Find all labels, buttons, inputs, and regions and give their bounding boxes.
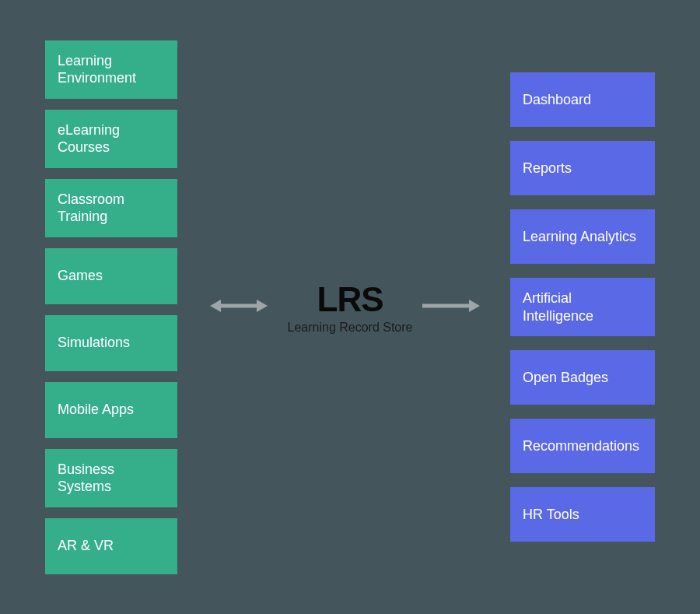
svg-marker-4 bbox=[469, 300, 480, 312]
lrs-subtitle: Learning Record Store bbox=[249, 321, 451, 335]
consumer-open-badges: Open Badges bbox=[510, 350, 655, 405]
source-simulations: Simulations bbox=[45, 315, 177, 371]
box-label: Reports bbox=[523, 160, 572, 177]
box-label: Open Badges bbox=[523, 369, 608, 387]
lrs-center: LRS Learning Record Store bbox=[249, 280, 451, 335]
consumer-hr-tools: HR Tools bbox=[510, 487, 655, 542]
box-label: Games bbox=[58, 267, 103, 285]
output-consumers-column: Dashboard Reports Learning Analytics Art… bbox=[510, 72, 655, 542]
source-learning-environment: Learning Environment bbox=[45, 40, 177, 99]
input-sources-column: Learning Environment eLearning Courses C… bbox=[45, 40, 177, 574]
source-mobile-apps: Mobile Apps bbox=[45, 382, 177, 438]
box-label: Artificial Intelligence bbox=[523, 289, 642, 325]
svg-marker-1 bbox=[210, 300, 221, 312]
source-games: Games bbox=[45, 248, 177, 304]
box-label: Learning Analytics bbox=[523, 228, 636, 246]
consumer-reports: Reports bbox=[510, 141, 655, 195]
lrs-diagram: Learning Environment eLearning Courses C… bbox=[0, 0, 700, 614]
box-label: Learning Environment bbox=[58, 52, 165, 87]
lrs-title: LRS bbox=[249, 280, 451, 319]
source-business-systems: Business Systems bbox=[45, 449, 177, 507]
source-classroom-training: Classroom Training bbox=[45, 179, 177, 237]
box-label: eLearning Courses bbox=[58, 121, 165, 156]
box-label: Simulations bbox=[58, 334, 130, 352]
source-elearning-courses: eLearning Courses bbox=[45, 110, 177, 168]
consumer-learning-analytics: Learning Analytics bbox=[510, 209, 655, 264]
box-label: Dashboard bbox=[523, 91, 591, 109]
box-label: AR & VR bbox=[58, 537, 114, 555]
source-ar-vr: AR & VR bbox=[45, 518, 177, 574]
box-label: Mobile Apps bbox=[58, 401, 134, 419]
consumer-recommendations: Recommendations bbox=[510, 419, 655, 473]
box-label: Business Systems bbox=[58, 461, 165, 496]
consumer-artificial-intelligence: Artificial Intelligence bbox=[510, 278, 655, 336]
box-label: HR Tools bbox=[523, 506, 579, 524]
box-label: Recommendations bbox=[523, 437, 639, 455]
box-label: Classroom Training bbox=[58, 191, 165, 226]
right-arrow-icon bbox=[422, 297, 480, 318]
consumer-dashboard: Dashboard bbox=[510, 72, 655, 127]
